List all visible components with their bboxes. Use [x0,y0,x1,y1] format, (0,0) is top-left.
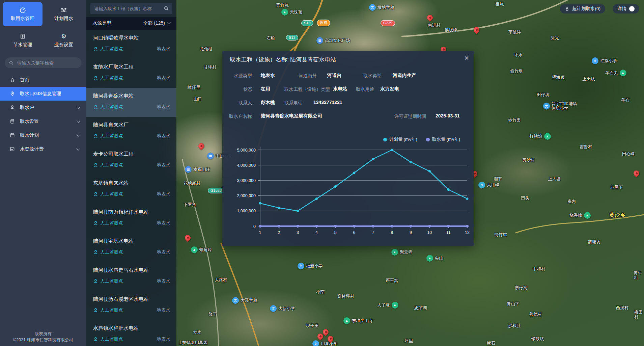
svg-text:7: 7 [372,230,374,235]
detail-toggle[interactable]: 详情 [613,4,639,14]
map-label-text: 黄沙乡 [609,212,625,218]
sidebar-item-取水口GIS信息管理[interactable]: 取水口GIS信息管理 [0,87,86,101]
copyright: 版权所有 ©2021 珠海市仁智科技有限公司 [0,331,86,344]
list-item[interactable]: 陆河县宝塔水电站人工监测点地表水 [86,233,176,262]
list-item[interactable]: 陆河县自来水厂人工监测点地表水 [86,117,176,146]
list-item[interactable]: 陆河县青碇水电站人工监测点地表水 [86,88,176,117]
legend-item[interactable]: 计划量 (m³/年) [383,136,417,142]
monitor-point-link[interactable]: 人工监测点 [93,104,123,110]
over-plan-intake-label: 超计划取水(0) [572,6,600,12]
map-label-text: 幸福山庄 [193,167,210,172]
monitor-point-link[interactable]: 人工监测点 [93,75,123,81]
map-label-text: 大路村 [215,277,227,282]
intake-map-pin[interactable] [632,169,640,177]
intake-name: 友能水厂取水工程 [93,64,170,70]
field-label: 取水类型 [363,73,382,79]
water-source-type: 地表水 [157,249,171,255]
list-search-input[interactable] [94,6,161,11]
monitor-point-link[interactable]: 人工监测点 [93,133,123,139]
close-icon[interactable]: × [464,54,469,62]
map-label-text: 小南 [316,290,325,294]
monitor-point-link[interactable]: 人工监测点 [93,162,123,168]
filter-dropdown[interactable]: 全部 (125) [143,20,170,26]
map-label-text: 青山下 [507,301,520,306]
over-plan-intake-button[interactable]: 超计划取水(0) [560,4,605,14]
list-item[interactable]: 东坑镇自来水站人工监测点地表水 [86,175,176,204]
monitor-person-icon [93,105,98,110]
list-item[interactable]: 友能水厂取水工程人工监测点地表水 [86,59,176,88]
legend-label: 取水量 (m³/年) [432,136,460,142]
map-label: 中和村 [533,267,545,271]
sidebar-item-label: 水资源计费 [20,146,72,152]
sidebar-item-水资源计费[interactable]: 水资源计费 [0,142,86,156]
svg-text:4,000,000: 4,000,000 [237,163,256,168]
map-label-text: 善德村 [529,312,542,317]
list-item[interactable]: 水唇镇水栏肚水电站人工监测点地表水 [86,320,176,346]
map-label: 上岗坑 [582,77,595,81]
map-label-text: 上大塘 [548,177,561,181]
sidebar-search[interactable] [5,57,82,68]
map-label-text: 福新小学 [306,264,323,268]
road-badge-G235: G235 [381,20,395,26]
map-label: 箭塘坑 [588,240,600,244]
map-viewport[interactable]: 黄竹坑相坑南进村挨垅峰芋陂洋际光石船龙颈根坪水箭竹坝望海顶上岗坑羊石尖▲甘坪村嶂… [0,0,644,346]
module-取用水管理[interactable]: 取用水管理 [3,2,43,26]
monitor-point-link[interactable]: 人工监测点 [93,220,123,226]
list-item[interactable]: 河口镇唱歌潭水电站人工监测点地表水 [86,30,176,59]
search-icon[interactable] [164,6,169,11]
water-source-type: 地表水 [157,191,171,197]
intake-name: 陆河县水唇走马石水电站 [93,267,170,273]
sidebar-item-取水设置[interactable]: 取水设置 [0,114,86,128]
monitor-person-icon [93,134,98,139]
intake-map-pin[interactable] [426,14,434,22]
sidebar-item-取水计划[interactable]: 取水计划 [0,128,86,142]
intake-map-pin[interactable] [184,234,192,242]
monitor-point-link[interactable]: 人工监测点 [93,249,123,255]
toggle-knob[interactable] [629,6,635,11]
map-label: 熊石 [487,341,495,346]
list-item[interactable]: 陆河县激石溪老区水电站人工监测点地表水 [86,291,176,320]
map-label-text: 寨仔窝 [515,285,528,290]
intake-name: 水唇镇水栏肚水电站 [93,325,170,331]
module-节水管理[interactable]: 节水管理 [3,28,43,53]
sidebar-item-首页[interactable]: 首页 [0,73,86,87]
water-source-type: 地表水 [157,307,171,313]
map-label: 小南 [316,290,325,294]
map-label-text: 芋陂洋 [508,30,521,34]
map-label-text: 螺角嶂 [199,247,212,252]
monitor-point-link[interactable]: 人工监测点 [93,336,123,342]
sidebar-item-label: 取水计划 [20,132,72,138]
list-item[interactable]: 陆河县南万镇杞洋水电站人工监测点地表水 [86,204,176,233]
sidebar-search-input[interactable] [17,60,78,66]
list-item[interactable]: 麦卡公司取水工程人工监测点地表水 [86,146,176,175]
intake-map-pin[interactable] [197,142,205,150]
mountain-badge-icon: ▲ [191,246,198,253]
map-label: 梅田村 [634,310,644,320]
map-label-text: 际光 [551,36,559,41]
legend-item[interactable]: 取水量 (m³/年) [426,136,460,142]
monitor-point-link[interactable]: 人工监测点 [93,278,123,284]
map-label: 隆下 [209,312,217,317]
map-label-text: 梅田村 [634,310,644,320]
monitor-person-icon [93,192,98,197]
monitor-point-link[interactable]: 人工监测点 [93,307,123,313]
field-value: 2025-03-31 [436,113,460,118]
map-label: ▲尖山 [426,255,443,262]
list-search[interactable] [90,3,172,14]
map-label: 文大新小学 [270,305,295,312]
monitor-point-link[interactable]: 人工监测点 [93,191,123,197]
module-switcher: 取用水管理计划用水节水管理⚙业务设置 [3,2,84,53]
map-label: 箭竹坑 [494,232,507,237]
module-计划用水[interactable]: 计划用水 [44,2,84,26]
list-item[interactable]: 陆河县水唇走马石水电站人工监测点地表水 [86,262,176,291]
intake-map-pin[interactable] [472,26,480,34]
detail-toggle-label: 详情 [617,6,626,12]
map-label-text: 田心嶂 [622,152,635,156]
map-label-text: 下罗角 [184,202,196,207]
map-label: 文红旗小学 [592,57,617,64]
sidebar-item-取水户[interactable]: 取水户 [0,101,86,114]
map-label-text: 龙颈根 [200,47,213,51]
map-label: 庵内 [567,199,576,204]
monitor-point-link[interactable]: 人工监测点 [93,46,123,52]
module-业务设置[interactable]: ⚙业务设置 [44,28,84,53]
